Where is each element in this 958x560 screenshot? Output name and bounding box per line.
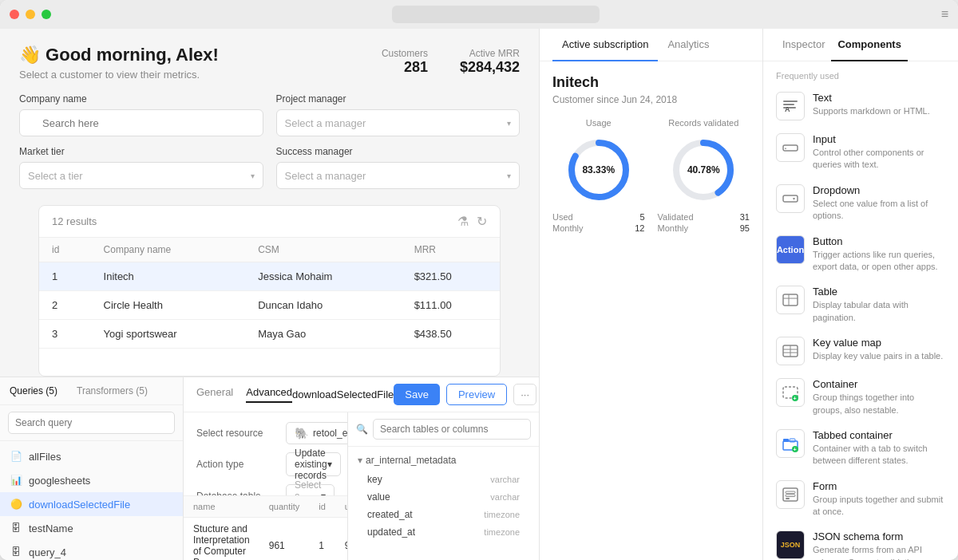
mrr-stat: Active MRR $284,432 <box>460 48 520 81</box>
db-item-updated-at[interactable]: updated_at timezone <box>348 523 539 541</box>
market-tier-select[interactable]: Select a tier ▾ <box>19 162 263 189</box>
db-search-input[interactable] <box>373 419 531 440</box>
component-text[interactable]: A Text Supports markdown or HTML. <box>763 85 958 127</box>
component-tabbed[interactable]: + Tabbed container Container with a tab … <box>763 423 958 474</box>
component-input-info: Input Control other components or querie… <box>813 133 945 172</box>
component-container-desc: Group things together into groups, also … <box>813 392 945 416</box>
component-input[interactable]: Input Control other components or querie… <box>763 127 958 178</box>
maximize-button[interactable] <box>42 10 51 19</box>
project-manager-select[interactable]: Select a manager ▾ <box>276 109 521 136</box>
component-button[interactable]: Action Button Trigger actions like run q… <box>763 229 958 280</box>
close-button[interactable] <box>10 10 19 19</box>
records-details: Validated 31 Monthly 95 <box>658 212 750 233</box>
cell-id: 1 <box>39 262 91 291</box>
query-search-input[interactable] <box>8 412 175 434</box>
component-container-info: Container Group things together into gro… <box>813 378 945 416</box>
tab-advanced[interactable]: Advanced <box>246 386 292 403</box>
panel-tabs: Inspector Components <box>763 29 958 61</box>
tab-queries[interactable]: Queries (5) <box>0 377 67 404</box>
component-table[interactable]: Table Display tabular data with paginati… <box>763 279 958 330</box>
resource-row: Select resource 🐘 retool_emailer_write w… <box>196 422 335 444</box>
json-icon: JSON <box>776 530 805 559</box>
component-form-desc: Group inputs together and submit at once… <box>813 494 945 519</box>
db-tree: ▾ ar_internal_metadata key varchar value… <box>348 447 539 560</box>
success-manager-select[interactable]: Select a manager ▾ <box>276 162 521 189</box>
cell-quantity: 961 <box>259 518 310 561</box>
chevron-icon: ▾ <box>507 119 511 128</box>
component-table-desc: Display tabular data with pagination. <box>813 299 945 324</box>
input-svg <box>782 139 799 156</box>
results-header-row: name quantity id unit_price_cents <box>184 496 347 518</box>
query-name-downloadselectedfile: downloadSelectedFile <box>29 499 130 511</box>
query-action-buttons: Save Preview ··· <box>394 384 536 405</box>
db-item-key[interactable]: key varchar <box>348 471 539 488</box>
table-row[interactable]: 3 Yogi sportswear Maya Gao $438.50 <box>39 320 500 349</box>
preview-button[interactable]: Preview <box>446 384 507 405</box>
filter-icon[interactable]: ⚗ <box>457 214 469 229</box>
query-item-googlesheets[interactable]: 📊 googlesheets <box>0 468 183 492</box>
col-created-at-type: timezone <box>484 510 520 519</box>
tab-inspector[interactable]: Inspector <box>776 29 831 61</box>
query-name-googlesheets: googlesheets <box>29 475 90 487</box>
results-row: Stucture and Interpretation of Computer … <box>184 518 347 561</box>
table-body: 1 Initech Jessica Mohaim $321.50 2 Circl… <box>39 262 500 349</box>
results-head: name quantity id unit_price_cents <box>184 496 347 518</box>
minimize-button[interactable] <box>26 10 35 19</box>
form-svg <box>782 486 799 503</box>
tab-transformers[interactable]: Transformers (5) <box>67 377 157 404</box>
database-table-select[interactable]: Select a table ▾ <box>286 484 335 495</box>
component-keyvalue-desc: Display key value pairs in a table. <box>813 350 945 362</box>
col-id: id <box>309 496 335 518</box>
component-keyvalue[interactable]: Key value map Display key value pairs in… <box>763 330 958 372</box>
table-row[interactable]: 1 Initech Jessica Mohaim $321.50 <box>39 262 500 291</box>
data-table-outer: 12 results ⚗ ↻ id Company name <box>38 205 501 377</box>
col-csm: CSM <box>245 238 401 262</box>
cell-id: 1 <box>309 518 335 561</box>
db-item-value[interactable]: value varchar <box>348 488 539 506</box>
db-group-ar-internal[interactable]: ▾ ar_internal_metadata <box>348 450 539 471</box>
more-options-button[interactable]: ··· <box>513 384 536 405</box>
component-container[interactable]: + Container Group things together into g… <box>763 372 958 423</box>
success-manager-group: Success manager Select a manager ▾ <box>276 146 521 189</box>
cell-name: Stucture and Interpretation of Computer … <box>184 518 259 561</box>
table-row[interactable]: 2 Circle Health Duncan Idaho $111.00 <box>39 291 500 320</box>
query-name-testname: testName <box>29 523 73 534</box>
cell-mrr: $111.00 <box>402 291 500 320</box>
component-form[interactable]: Form Group inputs together and submit at… <box>763 474 958 525</box>
db-item-created-at[interactable]: created_at timezone <box>348 506 539 523</box>
menu-icon[interactable]: ≡ <box>941 7 948 22</box>
tabbed-icon: + <box>776 429 805 458</box>
component-json[interactable]: JSON JSON schema form Generate forms fro… <box>763 524 958 560</box>
action-type-select[interactable]: Update existing records ▾ <box>286 452 341 476</box>
resource-selector[interactable]: 🐘 retool_emailer_write write ▾ <box>286 422 347 444</box>
tab-general[interactable]: General <box>196 386 233 403</box>
container-icon: + <box>776 378 805 407</box>
company-name-input[interactable] <box>19 109 263 136</box>
tab-components[interactable]: Components <box>831 29 907 61</box>
component-dropdown[interactable]: Dropdown Select one value from a list of… <box>763 178 958 229</box>
customer-detail: Initech Customer since Jun 24, 2018 Usag… <box>540 61 762 560</box>
records-metric: Records validated 40.78% Validated 3 <box>658 118 750 235</box>
refresh-icon[interactable]: ↻ <box>477 214 487 229</box>
company-name-group: Company name 🔍 <box>19 93 263 136</box>
query-form-area: Select resource 🐘 retool_emailer_write w… <box>184 412 347 560</box>
query-item-allfiles[interactable]: 📄 allFiles <box>0 444 183 468</box>
query-item-query4[interactable]: 🗄 query_4 <box>0 540 183 560</box>
action-chevron: ▾ <box>327 459 332 470</box>
used-label: Used <box>552 212 573 222</box>
results-table: name quantity id unit_price_cents <box>184 496 347 560</box>
results-table-area: name quantity id unit_price_cents <box>184 495 347 560</box>
query-item-testname[interactable]: 🗄 testName <box>0 516 183 540</box>
tab-active-subscription[interactable]: Active subscription <box>552 29 658 61</box>
tab-analytics[interactable]: Analytics <box>658 29 718 61</box>
dropdown-icon <box>776 184 805 213</box>
app-top: 👋 Good morning, Alex! Select a customer … <box>0 29 539 81</box>
table-toolbar: 12 results ⚗ ↻ <box>39 206 500 238</box>
save-button[interactable]: Save <box>394 384 440 405</box>
query-item-downloadselectedfile[interactable]: 🟡 downloadSelectedFile <box>0 492 183 516</box>
query-editor-name: downloadSelectedFile <box>292 388 394 400</box>
filter-row-2: Market tier Select a tier ▾ Success mana… <box>19 146 520 189</box>
component-text-name: Text <box>813 92 945 104</box>
button-comp-icon: Action <box>776 235 805 264</box>
customers-label: Customers <box>382 48 428 59</box>
